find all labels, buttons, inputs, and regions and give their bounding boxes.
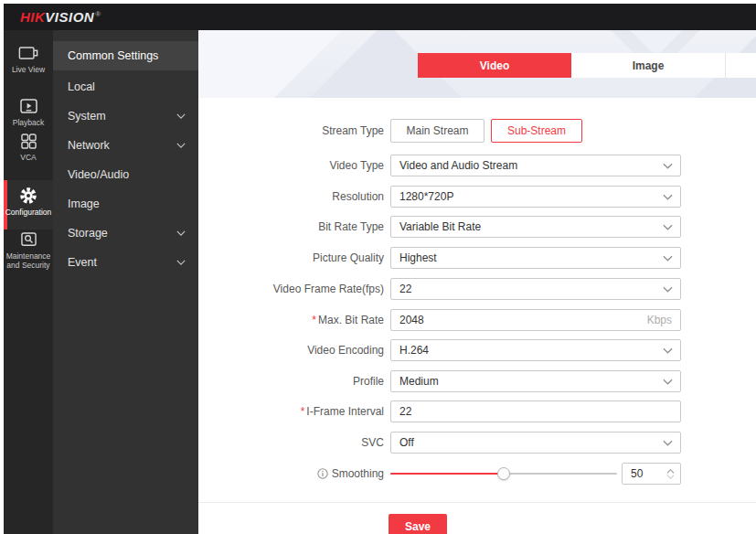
max-bit-rate-input[interactable] <box>391 310 680 330</box>
smoothing-numbox <box>622 463 681 485</box>
spinner-up-icon[interactable] <box>666 469 675 474</box>
chevron-down-icon <box>663 163 673 169</box>
video-encoding-value: H.264 <box>399 344 663 357</box>
iframe-interval-input[interactable] <box>391 401 680 422</box>
nav-item-label: Playback <box>13 118 45 127</box>
hikvision-logo: HIKVISION® <box>20 9 101 25</box>
chevron-down-icon <box>663 379 673 385</box>
nav-item-label: Live View <box>12 65 45 74</box>
spinner-down-icon[interactable] <box>666 475 675 479</box>
nav-item-playback[interactable]: Playback <box>4 98 53 127</box>
smoothing-spinner[interactable] <box>661 464 679 484</box>
logo-vision: VISION <box>45 9 94 25</box>
picture-quality-label: Picture Quality <box>198 247 384 269</box>
smoothing-input[interactable] <box>623 464 661 484</box>
video-type-select[interactable]: Video and Audio Stream <box>390 155 681 176</box>
tab-image[interactable]: Image <box>571 53 725 78</box>
logo-hik: HIK <box>20 9 45 25</box>
chevron-down-icon <box>176 143 186 148</box>
submenu-item-label: Network <box>68 139 176 152</box>
chevron-down-icon <box>663 224 673 230</box>
tab-partial[interactable] <box>725 53 756 78</box>
video-frame-rate-select[interactable]: 22 <box>390 278 681 300</box>
maintenance-icon <box>21 231 37 248</box>
nav-item-label: Maintenanceand Security <box>6 251 51 270</box>
top-bar: HIKVISION® <box>4 4 756 30</box>
svc-select[interactable]: Off <box>390 432 681 454</box>
profile-label: Profile <box>198 370 384 392</box>
submenu-item-label: Video/Audio <box>68 168 186 181</box>
playback-icon <box>20 98 37 114</box>
submenu-item-storage[interactable]: Storage <box>53 219 198 248</box>
hikvision-config-page: HIKVISION® Live View Playback VCA <box>0 0 756 534</box>
submenu-item-label: System <box>68 110 176 123</box>
main-content: Video Image Stream Type Main Stream Sub-… <box>198 30 756 534</box>
nav-item-live-view[interactable]: Live View <box>4 45 53 74</box>
nav-item-maintenance-security[interactable]: Maintenanceand Security <box>4 231 53 270</box>
smoothing-handle[interactable] <box>497 467 510 480</box>
footer-divider <box>198 502 756 503</box>
picture-quality-select[interactable]: Highest <box>390 247 681 269</box>
bit-rate-type-value: Variable Bit Rate <box>399 220 663 233</box>
profile-select[interactable]: Medium <box>390 370 681 392</box>
stream-type-label: Stream Type <box>198 119 384 143</box>
gear-icon <box>19 187 37 204</box>
submenu-item-local[interactable]: Local <box>53 72 198 101</box>
chevron-down-icon <box>176 230 186 236</box>
required-asterisk: * <box>312 314 316 326</box>
video-type-label: Video Type <box>198 155 384 176</box>
iframe-interval-label: *I-Frame Interval <box>198 400 384 422</box>
stream-tabs: Video Image <box>418 53 756 78</box>
video-frame-rate-value: 22 <box>399 283 663 295</box>
required-asterisk: * <box>301 405 305 418</box>
iframe-interval-field <box>390 400 681 422</box>
row-stream-type: Stream Type Main Stream Sub-Stream <box>198 119 756 141</box>
main-stream-button[interactable]: Main Stream <box>390 119 484 143</box>
chevron-down-icon <box>663 194 673 200</box>
config-submenu: Common Settings Local System Network Vid… <box>53 30 198 534</box>
smoothing-label: Smoothing <box>198 463 384 486</box>
logo-registered-mark: ® <box>95 10 101 18</box>
resolution-value: 1280*720P <box>399 190 663 203</box>
smoothing-slider[interactable] <box>390 463 617 485</box>
submenu-item-label: Event <box>68 256 176 269</box>
bit-rate-type-select[interactable]: Variable Bit Rate <box>390 216 681 238</box>
picture-quality-value: Highest <box>399 251 663 264</box>
chevron-down-icon <box>176 260 186 265</box>
video-type-value: Video and Audio Stream <box>399 159 663 172</box>
tab-label: Image <box>633 59 665 72</box>
submenu-item-system[interactable]: System <box>53 101 198 131</box>
submenu-item-image[interactable]: Image <box>53 189 198 219</box>
vca-icon <box>21 133 37 149</box>
svc-label: SVC <box>198 432 384 454</box>
chevron-down-icon <box>663 286 673 293</box>
tab-label: Video <box>480 59 509 72</box>
video-encoding-select[interactable]: H.264 <box>390 339 681 361</box>
submenu-item-label: Local <box>68 80 186 93</box>
nav-item-configuration[interactable]: Configuration <box>4 187 53 217</box>
submenu-item-video-audio[interactable]: Video/Audio <box>53 160 198 189</box>
resolution-label: Resolution <box>198 186 384 208</box>
main-nav-rail: Live View Playback VCA Configuration Mai <box>4 30 53 534</box>
submenu-item-network[interactable]: Network <box>53 131 198 160</box>
max-bit-rate-label: *Max. Bit Rate <box>198 309 384 331</box>
save-button[interactable]: Save <box>389 514 447 534</box>
svc-value: Off <box>399 436 663 449</box>
chevron-down-icon <box>663 440 673 446</box>
profile-value: Medium <box>399 375 663 388</box>
sub-stream-button[interactable]: Sub-Stream <box>491 119 582 143</box>
submenu-item-event[interactable]: Event <box>53 248 198 277</box>
smoothing-fill <box>390 473 504 475</box>
submenu-item-label: Storage <box>68 227 176 240</box>
nav-item-vca[interactable]: VCA <box>4 133 53 162</box>
submenu-item-label: Image <box>68 198 186 210</box>
submenu-item-common-settings[interactable]: Common Settings <box>53 41 198 70</box>
submenu-item-label: Common Settings <box>68 49 186 62</box>
video-encoding-label: Video Encoding <box>198 339 384 361</box>
live-view-icon <box>18 45 38 61</box>
chevron-down-icon <box>663 347 673 354</box>
tab-video[interactable]: Video <box>418 53 571 78</box>
chevron-down-icon <box>663 255 673 262</box>
info-icon[interactable] <box>317 465 328 486</box>
resolution-select[interactable]: 1280*720P <box>390 186 681 208</box>
